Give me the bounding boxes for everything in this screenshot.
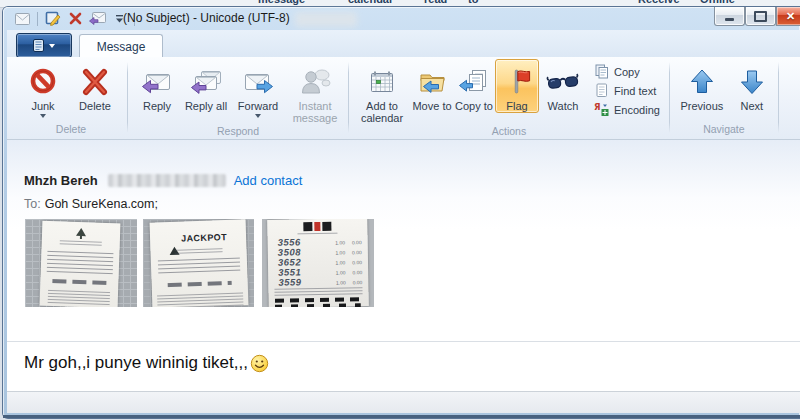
add-to-calendar-label: Add to calendar bbox=[354, 100, 410, 124]
watch-button[interactable]: Watch bbox=[539, 59, 587, 113]
body-text: Mr goh,,i punye wininig tiket,,, bbox=[24, 353, 248, 373]
reply-all-label: Reply all bbox=[185, 100, 227, 112]
junk-icon bbox=[28, 63, 58, 100]
backdrop-label: read bbox=[424, 0, 447, 5]
next-button[interactable]: Next bbox=[730, 59, 774, 113]
minimize-button[interactable] bbox=[714, 7, 745, 26]
save-icon[interactable] bbox=[44, 10, 62, 27]
encoding-button[interactable]: Я Encoding bbox=[591, 102, 663, 117]
smiley-emoticon-icon bbox=[250, 354, 269, 373]
instant-message-button[interactable]: Instant message bbox=[286, 59, 344, 125]
copy-to-button[interactable]: Copy to bbox=[453, 59, 495, 113]
window-title: (No Subject) - Unicode (UTF-8) bbox=[123, 11, 290, 25]
ticket-brand: JACKPOT bbox=[181, 232, 227, 244]
copy-button[interactable]: Copy bbox=[591, 64, 663, 79]
application-menu-button[interactable] bbox=[16, 33, 72, 58]
delete-label: Delete bbox=[79, 100, 111, 112]
instant-message-label: Instant message bbox=[287, 100, 343, 124]
group-separator bbox=[348, 62, 349, 133]
sender-line: Mhzh Bereh Add contact bbox=[24, 172, 302, 188]
add-to-calendar-button[interactable]: Add to calendar bbox=[353, 59, 411, 125]
encoding-label: Encoding bbox=[614, 104, 660, 116]
backdrop-label: calendar bbox=[348, 0, 393, 5]
ribbon-group-actions: Add to calendar Move to Co bbox=[353, 59, 665, 139]
title-redacted-blur bbox=[295, 12, 357, 27]
window-bottom-strip bbox=[7, 391, 800, 413]
sender-name: Mhzh Bereh bbox=[24, 173, 98, 188]
forward-button[interactable]: Forward bbox=[230, 59, 286, 119]
find-text-button[interactable]: Find text bbox=[591, 83, 663, 98]
minimize-icon bbox=[725, 18, 734, 21]
group-label-actions: Actions bbox=[353, 125, 665, 141]
reply-icon bbox=[141, 63, 173, 100]
next-label: Next bbox=[741, 100, 764, 112]
to-label: To: bbox=[24, 197, 41, 211]
reply-button[interactable]: Reply bbox=[132, 59, 182, 113]
window-bottom-border bbox=[3, 415, 800, 418]
chevron-down-icon bbox=[40, 114, 46, 118]
recipient-value: Goh SureKena.com; bbox=[45, 197, 158, 211]
attachment-thumbnail-ticket-3[interactable]: 35561.00 0.00 35081.00 0.00 36521.00 0.0… bbox=[262, 219, 374, 307]
backdrop-label: message bbox=[258, 0, 305, 5]
reply-all-icon bbox=[190, 63, 222, 100]
flag-button[interactable]: Flag bbox=[495, 59, 539, 113]
copy-to-label: Copy to bbox=[455, 100, 493, 112]
reply-all-button[interactable]: Reply all bbox=[182, 59, 230, 113]
previous-button[interactable]: Previous bbox=[674, 59, 730, 113]
tab-message[interactable]: Message bbox=[79, 34, 163, 58]
ribbon-tab-row: Message bbox=[7, 30, 800, 57]
arrow-down-icon bbox=[738, 63, 766, 100]
backdrop-label: to bbox=[468, 0, 478, 5]
sender-email-redacted bbox=[108, 174, 226, 187]
ribbon-group-delete: Junk Delete Delete bbox=[19, 59, 123, 139]
quick-access-toolbar bbox=[13, 10, 137, 27]
previous-label: Previous bbox=[680, 100, 723, 112]
ticket-receipt: JACKPOT bbox=[150, 219, 249, 307]
ticket-amount: 1.00 0.00 bbox=[335, 239, 362, 245]
watch-label: Watch bbox=[548, 100, 579, 112]
qat-separator bbox=[37, 12, 38, 26]
find-text-icon bbox=[594, 83, 609, 98]
ticket-receipt bbox=[40, 221, 121, 307]
attachment-thumbnail-ticket-2[interactable]: JACKPOT bbox=[143, 219, 254, 307]
arrow-up-icon bbox=[688, 63, 716, 100]
move-to-label: Move to bbox=[412, 100, 451, 112]
ticket-logo bbox=[267, 219, 367, 232]
delete-icon bbox=[80, 63, 110, 100]
actions-small-buttons: Copy Find text Я Encoding bbox=[587, 59, 665, 117]
calendar-icon bbox=[366, 63, 398, 100]
ticket-amount: 1.00 0.00 bbox=[336, 279, 363, 285]
recipient-line: To:Goh SureKena.com; bbox=[24, 197, 158, 211]
group-separator bbox=[778, 62, 779, 133]
reply-icon[interactable] bbox=[88, 10, 106, 27]
group-label-delete: Delete bbox=[19, 123, 123, 139]
move-to-button[interactable]: Move to bbox=[411, 59, 453, 113]
flag-label: Flag bbox=[506, 100, 527, 112]
message-window: (No Subject) - Unicode (UTF-8) ✕ Message bbox=[3, 7, 800, 418]
chevron-down-icon bbox=[255, 114, 261, 118]
group-separator bbox=[127, 62, 128, 133]
backdrop-label: Offline bbox=[700, 0, 735, 5]
move-to-folder-icon bbox=[416, 63, 448, 100]
title-bar[interactable]: (No Subject) - Unicode (UTF-8) ✕ bbox=[3, 7, 800, 30]
ribbon-group-respond: Reply Reply all Forward bbox=[132, 59, 344, 139]
window-client-area: Message Junk bbox=[7, 30, 800, 413]
attachment-thumbnail-ticket-1[interactable] bbox=[25, 219, 137, 307]
watch-sunglasses-icon bbox=[545, 63, 581, 100]
delete-button[interactable]: Delete bbox=[67, 59, 123, 113]
group-label-navigate: Navigate bbox=[674, 123, 774, 139]
maximize-icon bbox=[754, 11, 767, 22]
junk-button[interactable]: Junk bbox=[19, 59, 67, 119]
ticket-amount: 1.00 0.00 bbox=[335, 249, 362, 255]
add-contact-link[interactable]: Add contact bbox=[234, 173, 303, 188]
ticket-amount: 1.00 0.00 bbox=[336, 269, 363, 275]
ribbon: Junk Delete Delete bbox=[7, 57, 800, 140]
instant-message-icon bbox=[299, 63, 331, 100]
junk-label: Junk bbox=[31, 100, 54, 112]
copy-icon bbox=[594, 64, 609, 79]
close-button[interactable]: ✕ bbox=[776, 7, 800, 26]
app-menu-icon bbox=[33, 39, 44, 52]
maximize-button[interactable] bbox=[745, 7, 776, 26]
message-header-area: Mhzh Bereh Add contact To:Goh SureKena.c… bbox=[7, 140, 800, 341]
delete-icon[interactable] bbox=[66, 10, 84, 27]
